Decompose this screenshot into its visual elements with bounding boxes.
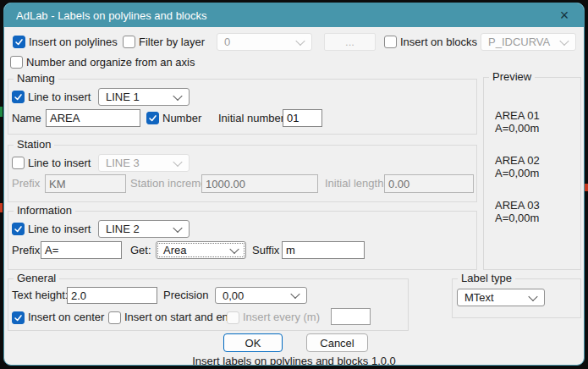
naming-group-title: Naming [14,72,58,85]
axis-mark-green [0,107,3,117]
initial-length-label: Initial length [325,174,383,193]
block-select-value: P_IDCURVA [488,36,550,48]
insert-on-polylines-label: Insert on polylines [29,33,118,51]
cancel-button[interactable]: Cancel [306,333,368,352]
insert-on-blocks-label: Insert on blocks [400,33,477,51]
title-bar: AdLab - Labels on polylines and blocks × [4,3,584,27]
initial-number-label: Initial number [218,109,284,127]
station-line-select-value: LINE 3 [106,157,140,169]
name-label: Name [12,109,41,127]
chevron-down-icon [229,244,239,253]
number-label: Number [162,109,201,127]
insert-on-center-label: Insert on center [28,309,104,326]
information-line-to-insert-label: Line to insert [28,220,91,238]
station-line-to-insert-label: Line to insert [28,154,91,172]
chevron-down-icon [173,223,182,232]
axis-mark-red-left [0,203,3,212]
filter-by-layer-checkbox[interactable] [123,36,135,48]
check-icon [14,36,25,47]
preview-item: AREA 01 A=0,00m [495,109,540,135]
preview-group-title: Preview [489,70,535,84]
chevron-down-icon [173,91,182,100]
station-group-title: Station [14,138,54,151]
chevron-down-icon [559,36,569,45]
layer-select[interactable]: 0 [217,33,312,51]
chevron-down-icon [173,157,182,166]
cancel-button-label: Cancel [320,337,354,350]
naming-line-to-insert-label: Line to insert [28,88,91,106]
preview-item-value: A=0,00m [495,122,540,135]
label-type-select[interactable]: MText [457,289,545,306]
number-checkbox[interactable] [146,112,159,124]
precision-label: Precision [163,287,208,304]
browse-layers-label: ... [345,36,354,48]
number-axis-label: Number and organize from an axis [26,53,195,71]
preview-group: Preview AREA 01 A=0,00m AREA 02 A=0,00m … [483,77,581,270]
insert-on-blocks-checkbox[interactable] [384,36,397,48]
browse-layers-button[interactable]: ... [324,33,376,51]
preview-item: AREA 03 A=0,00m [495,199,540,224]
ok-button[interactable]: OK [223,333,283,352]
naming-line-select[interactable]: LINE 1 [98,88,190,106]
chevron-down-icon [528,291,537,300]
preview-item-name: AREA 02 [495,154,540,167]
text-height-input[interactable]: 2.0 [67,287,157,304]
axis-mark-red-right [585,184,588,191]
insert-on-polylines-checkbox[interactable] [13,36,25,48]
block-select[interactable]: P_IDCURVA [481,33,576,51]
get-select[interactable]: Area [156,241,246,259]
general-group-title: General [14,272,59,285]
check-icon [13,312,24,323]
label-type-group-title: Label type [458,272,515,285]
suffix-input[interactable]: m [282,241,365,259]
chevron-down-icon [290,289,299,299]
station-increment-input[interactable]: 1000.00 [201,174,318,193]
text-height-label: Text height: [12,287,69,304]
station-line-to-insert-checkbox[interactable] [12,157,25,169]
insert-on-center-checkbox[interactable] [12,311,25,324]
close-icon[interactable]: × [552,3,577,27]
preview-item-name: AREA 03 [495,199,540,212]
insert-start-end-label: Insert on start and end [124,309,234,326]
number-axis-checkbox[interactable] [10,56,23,69]
information-line-to-insert-checkbox[interactable] [12,223,25,235]
insert-start-end-checkbox[interactable] [108,311,121,324]
adlab-dialog: AdLab - Labels on polylines and blocks ×… [3,3,585,366]
information-line-select-value: LINE 2 [106,223,140,235]
get-select-value: Area [163,244,186,256]
initial-length-input[interactable]: 0.00 [384,174,474,193]
naming-line-to-insert-checkbox[interactable] [12,91,25,103]
get-label: Get: [130,241,151,259]
ok-button-label: OK [245,337,261,350]
precision-select-value: 0,00 [223,289,244,302]
check-icon [13,223,24,234]
check-icon [147,113,158,124]
screen-background: AdLab - Labels on polylines and blocks ×… [0,0,588,369]
name-input[interactable]: AREA [46,109,140,127]
preview-item-value: A=0,00m [495,167,540,179]
information-prefix-label: Prefix [12,241,40,259]
information-group-title: Information [14,204,75,218]
preview-item: AREA 02 A=0,00m [495,154,540,179]
chevron-down-icon [295,36,305,45]
preview-item-value: A=0,00m [495,212,540,224]
window-title: AdLab - Labels on polylines and blocks [16,9,206,22]
insert-every-input[interactable] [331,308,371,325]
naming-line-select-value: LINE 1 [106,91,140,103]
station-prefix-label: Prefix [12,174,40,193]
check-icon [13,91,24,102]
label-type-select-value: MText [464,291,494,304]
preview-item-name: AREA 01 [495,109,540,122]
insert-every-label: Insert every (m) [243,309,320,326]
precision-select[interactable]: 0,00 [215,287,307,304]
filter-by-layer-label: Filter by layer [139,33,205,51]
layer-select-value: 0 [224,36,230,48]
suffix-label: Suffix [252,241,279,259]
status-text: Insert labels on polylines and blocks 1.… [4,355,584,366]
information-prefix-input[interactable]: A= [41,241,122,259]
station-prefix-input[interactable]: KM [45,174,126,193]
station-line-select[interactable]: LINE 3 [98,154,190,172]
insert-every-checkbox[interactable] [227,311,239,324]
initial-number-input[interactable]: 01 [283,109,322,127]
information-line-select[interactable]: LINE 2 [98,220,190,238]
